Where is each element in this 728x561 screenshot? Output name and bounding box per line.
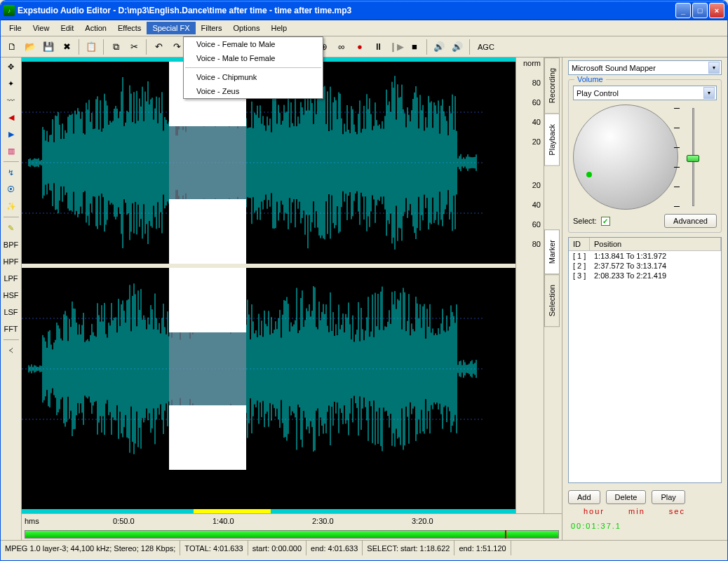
menu-edit[interactable]: Edit bbox=[55, 22, 79, 34]
tool-eq-icon[interactable]: ⧼ bbox=[3, 343, 20, 358]
volume-group: Volume Play Control ▾ Select: ✓ bbox=[568, 79, 722, 233]
marker-header-position[interactable]: Position bbox=[590, 238, 721, 250]
tool-fx-icon[interactable]: ✨ bbox=[3, 198, 20, 214]
dropdown-male-to-female[interactable]: Voice - Male to Female bbox=[184, 51, 323, 65]
specialfx-dropdown: Voice - Female to Male Voice - Male to F… bbox=[183, 36, 323, 99]
device-select[interactable]: Microsoft Sound Mapper ▾ bbox=[568, 60, 722, 75]
tool-bars-icon[interactable]: ▥ bbox=[3, 143, 20, 158]
app-icon: ♪ bbox=[4, 5, 15, 16]
select-label: Select: bbox=[573, 217, 597, 225]
status-end: end: 4:01.633 bbox=[306, 541, 363, 555]
chevron-down-icon[interactable]: ▾ bbox=[703, 87, 715, 99]
dropdown-separator bbox=[185, 67, 321, 68]
marker-row[interactable]: [ 3 ]2:08.233 To 2:21.419 bbox=[569, 271, 721, 280]
menu-action[interactable]: Action bbox=[79, 22, 112, 34]
close-button[interactable]: × bbox=[709, 3, 724, 18]
menu-file[interactable]: File bbox=[4, 22, 27, 34]
tool-broadcast-icon[interactable]: ⦿ bbox=[3, 182, 20, 197]
tool-blue-icon[interactable]: ▶ bbox=[3, 126, 20, 142]
status-bar: MPEG 1.0 layer-3; 44,100 kHz; Stereo; 12… bbox=[1, 540, 727, 555]
right-panel: Microsoft Sound Mapper ▾ Volume Play Con… bbox=[562, 58, 727, 540]
tab-playback[interactable]: Playback bbox=[544, 114, 560, 166]
tool-hsf[interactable]: HSF bbox=[3, 288, 20, 303]
status-start: start: 0:00.000 bbox=[248, 541, 306, 555]
toolbar: 🗋 📂 💾 ✖ 📋 ⧉ ✂ ↶ ↷ ◂ ▸ 🔍 🔍 🔍 ▶ ⊕ ∞ ● ⏸ ❙▶… bbox=[1, 36, 727, 58]
tool-swap-icon[interactable]: ↯ bbox=[3, 165, 20, 180]
advanced-button[interactable]: Advanced bbox=[664, 214, 717, 228]
tool-lpf[interactable]: LPF bbox=[3, 271, 20, 286]
slider-thumb[interactable] bbox=[687, 155, 699, 162]
agc-label[interactable]: AGC bbox=[473, 43, 499, 51]
tool-pencil-icon[interactable]: ✎ bbox=[3, 220, 20, 236]
volume-slider[interactable] bbox=[684, 104, 702, 210]
pan-knob[interactable] bbox=[573, 104, 678, 210]
waveform-area: norm 80 60 40 20 20 40 60 80 Recording P… bbox=[22, 58, 562, 540]
tool-trim-icon[interactable]: ✦ bbox=[3, 76, 20, 91]
tab-recording[interactable]: Recording bbox=[544, 58, 560, 114]
window-title: Expstudio Audio Editor - D:\mp3\English.… bbox=[18, 6, 675, 15]
minimize-button[interactable]: _ bbox=[675, 3, 691, 18]
menu-filters[interactable]: Filters bbox=[196, 22, 228, 34]
marker-header-id[interactable]: ID bbox=[569, 238, 590, 250]
menu-effects[interactable]: Effects bbox=[112, 22, 147, 34]
time-display: hour min sec 00:01:37.1 bbox=[568, 508, 722, 537]
select-checkbox[interactable]: ✓ bbox=[601, 217, 610, 226]
record-icon[interactable]: ● bbox=[351, 39, 368, 55]
step-icon[interactable]: ❙▶ bbox=[388, 39, 405, 55]
speaker-right-icon[interactable]: 🔊 bbox=[449, 39, 466, 55]
tab-marker[interactable]: Marker bbox=[544, 229, 560, 274]
title-bar: ♪ Expstudio Audio Editor - D:\mp3\Englis… bbox=[1, 1, 727, 20]
tool-bpf[interactable]: BPF bbox=[3, 237, 20, 252]
overview-cursor[interactable] bbox=[505, 530, 506, 539]
waveform-canvas[interactable] bbox=[22, 58, 515, 513]
tool-lsf[interactable]: LSF bbox=[3, 304, 20, 320]
dropdown-female-to-male[interactable]: Voice - Female to Male bbox=[184, 37, 323, 51]
tool-arrows-icon[interactable]: ✥ bbox=[3, 59, 20, 74]
pause-icon[interactable]: ⏸ bbox=[370, 39, 386, 55]
add-marker-button[interactable]: Add bbox=[568, 490, 600, 504]
status-sel-start: SELECT: start: 1:18.622 bbox=[363, 541, 454, 555]
menu-options[interactable]: Options bbox=[228, 22, 266, 34]
tab-selection[interactable]: Selection bbox=[544, 274, 560, 327]
tool-hpf[interactable]: HPF bbox=[3, 254, 20, 269]
tool-red-icon[interactable]: ◀ bbox=[3, 109, 20, 125]
copy-icon[interactable]: ⧉ bbox=[107, 39, 124, 55]
stop-icon[interactable]: ■ bbox=[406, 39, 423, 55]
play-control-select[interactable]: Play Control ▾ bbox=[573, 86, 717, 100]
status-sel-end: end: 1:51.120 bbox=[454, 541, 511, 555]
marker-row[interactable]: [ 1 ]1:13.841 To 1:31.972 bbox=[569, 251, 721, 261]
time-ruler[interactable]: hms 0:50.0 1:40.0 2:30.0 3:20.0 bbox=[22, 513, 562, 530]
status-format: MPEG 1.0 layer-3; 44,100 kHz; Stereo; 12… bbox=[1, 541, 180, 555]
delete-marker-button[interactable]: Delete bbox=[606, 490, 647, 504]
play-marker-button[interactable]: Play bbox=[652, 490, 685, 504]
menu-specialfx[interactable]: Special FX bbox=[147, 22, 195, 34]
save-icon[interactable]: 💾 bbox=[40, 39, 57, 55]
maximize-button[interactable]: □ bbox=[692, 3, 708, 18]
overview-bar[interactable] bbox=[25, 530, 559, 539]
cut-icon[interactable]: ✂ bbox=[126, 39, 142, 55]
menu-view[interactable]: View bbox=[27, 22, 55, 34]
paste-icon[interactable]: 📋 bbox=[83, 39, 100, 55]
loop-icon[interactable]: ∞ bbox=[333, 39, 350, 55]
left-toolbar: ✥ ✦ 〰 ◀ ▶ ▥ ↯ ⦿ ✨ ✎ BPF HPF LPF HSF LSF … bbox=[1, 58, 22, 540]
tool-wave-icon[interactable]: 〰 bbox=[3, 93, 20, 108]
dropdown-zeus[interactable]: Voice - Zeus bbox=[184, 84, 323, 98]
new-file-icon[interactable]: 🗋 bbox=[4, 39, 20, 55]
status-total: TOTAL: 4:01.633 bbox=[180, 541, 248, 555]
open-file-icon[interactable]: 📂 bbox=[22, 39, 39, 55]
dropdown-chipmunk[interactable]: Voice - Chipmunk bbox=[184, 70, 323, 84]
chevron-down-icon[interactable]: ▾ bbox=[708, 62, 720, 74]
marker-list[interactable]: ID Position [ 1 ]1:13.841 To 1:31.972 [ … bbox=[568, 237, 722, 483]
right-vertical-tabs: Recording Playback Marker Selection bbox=[544, 58, 562, 513]
speaker-left-icon[interactable]: 🔊 bbox=[431, 39, 447, 55]
amplitude-scale: norm 80 60 40 20 20 40 60 80 bbox=[515, 58, 544, 513]
cancel-icon[interactable]: ✖ bbox=[58, 39, 75, 55]
undo-icon[interactable]: ↶ bbox=[150, 39, 167, 55]
menu-help[interactable]: Help bbox=[265, 22, 292, 34]
tool-fft[interactable]: FFT bbox=[3, 321, 20, 337]
marker-row[interactable]: [ 2 ]2:37.572 To 3:13.174 bbox=[569, 261, 721, 271]
menu-bar: File View Edit Action Effects Special FX… bbox=[1, 20, 727, 36]
